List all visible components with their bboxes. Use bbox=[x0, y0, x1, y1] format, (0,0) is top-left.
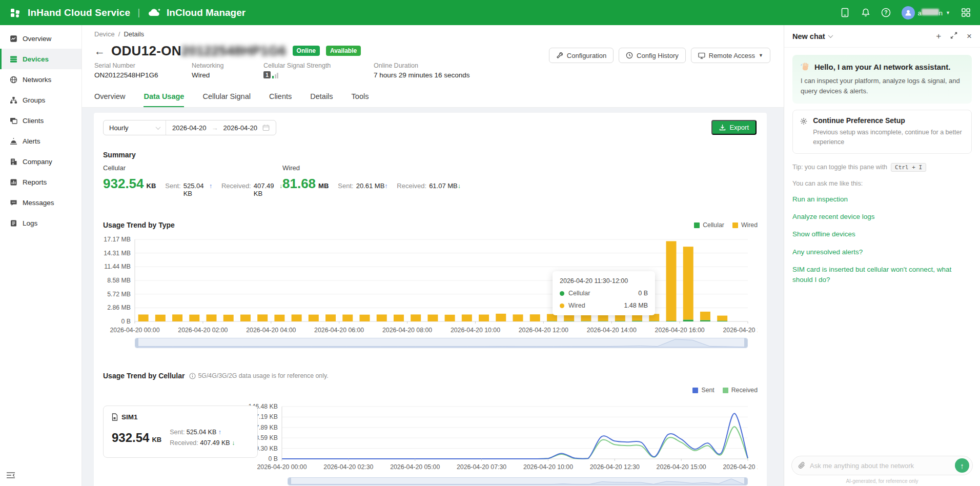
overview-icon bbox=[10, 35, 17, 43]
trend-type-legend: Cellular Wired bbox=[694, 221, 758, 229]
tab-overview[interactable]: Overview bbox=[94, 88, 125, 107]
logs-icon bbox=[10, 219, 17, 227]
help-icon[interactable]: ? bbox=[881, 8, 891, 18]
tab-data-usage[interactable]: Data Usage bbox=[144, 88, 184, 107]
interval-select[interactable]: Hourly bbox=[104, 120, 166, 135]
breadcrumb: Device / Details bbox=[94, 29, 784, 38]
sim1-card[interactable]: SIM1 932.54KB Sent: 525.04 KB ↑ Received… bbox=[103, 406, 258, 458]
tab-clients[interactable]: Clients bbox=[269, 88, 292, 107]
usage-trend-type-chart[interactable]: 17.17 MB14.31 MB11.44 MB8.58 MB5.72 MB2.… bbox=[103, 233, 758, 336]
legend-sent[interactable]: Sent bbox=[692, 387, 714, 394]
reports-icon bbox=[10, 178, 17, 186]
date-to[interactable]: 2026-04-20 bbox=[223, 124, 258, 132]
date-from[interactable]: 2026-04-20 bbox=[172, 124, 207, 132]
suggestion-unresolved-alerts[interactable]: Any unresolved alerts? bbox=[792, 247, 972, 257]
sent-arrow-icon: ↑ bbox=[218, 429, 221, 436]
svg-text:?: ? bbox=[884, 9, 887, 15]
devices-icon bbox=[10, 55, 17, 63]
svg-text:2026-04-20 12:00: 2026-04-20 12:00 bbox=[519, 327, 568, 334]
sidebar-item-messages[interactable]: Messages bbox=[0, 192, 81, 213]
back-icon[interactable]: ← bbox=[94, 46, 105, 56]
mobile-app-icon[interactable] bbox=[840, 8, 850, 18]
send-button[interactable]: ↑ bbox=[955, 458, 969, 473]
sidebar-item-alerts[interactable]: Alerts bbox=[0, 131, 81, 151]
config-history-button[interactable]: Config History bbox=[619, 48, 686, 63]
wired-received: 61.07 MB bbox=[429, 182, 458, 190]
waving-hand-icon bbox=[801, 62, 810, 72]
tab-tools[interactable]: Tools bbox=[352, 88, 369, 107]
expand-panel-icon[interactable] bbox=[950, 32, 957, 40]
download-icon bbox=[719, 124, 726, 131]
usage-trend-cellular-chart[interactable]: 146.48 KB117.19 KB87.89 KB58.59 KB29.30 … bbox=[103, 397, 758, 474]
main-content: Device / Details ← ODU12-ON20122548HP1G6… bbox=[82, 25, 784, 486]
sidebar-item-groups[interactable]: Groups bbox=[0, 90, 81, 110]
svg-text:2026-04-20 14:00: 2026-04-20 14:00 bbox=[587, 327, 637, 334]
export-button[interactable]: Export bbox=[711, 120, 757, 135]
sidebar-item-devices[interactable]: Devices bbox=[0, 49, 81, 69]
sidebar-collapse-icon[interactable] bbox=[6, 472, 15, 481]
sidebar-item-company[interactable]: Company bbox=[0, 151, 81, 172]
sidebar-item-clients[interactable]: Clients bbox=[0, 110, 81, 131]
sidebar-item-overview[interactable]: Overview bbox=[0, 28, 81, 49]
monitor-icon bbox=[698, 52, 705, 59]
info-icon bbox=[189, 373, 196, 379]
suggestion-run-inspection[interactable]: Run an inspection bbox=[792, 194, 972, 205]
summary-title: Summary bbox=[103, 151, 758, 159]
tab-details[interactable]: Details bbox=[310, 88, 333, 107]
date-range-picker[interactable]: 2026-04-20 → 2026-04-20 bbox=[166, 120, 276, 135]
chart2-zoom-brush[interactable] bbox=[288, 477, 748, 485]
suggestion-analyze-logs[interactable]: Analyze recent device logs bbox=[792, 212, 972, 222]
received-arrow-icon: ↓ bbox=[458, 183, 461, 190]
attachment-icon[interactable] bbox=[798, 461, 806, 470]
chevron-down-icon bbox=[156, 125, 161, 130]
summary-wired: Wired 81.68 MB Sent: 20.61 MB ↑ Received… bbox=[282, 164, 461, 197]
device-tabs: Overview Data Usage Cellular Signal Clie… bbox=[94, 88, 784, 107]
configuration-button[interactable]: Configuration bbox=[549, 48, 614, 63]
suggestion-offline-devices[interactable]: Show offline devices bbox=[792, 229, 972, 239]
legend-cellular[interactable]: Cellular bbox=[694, 221, 724, 229]
sent-legend-swatch bbox=[692, 388, 698, 393]
breadcrumb-device[interactable]: Device bbox=[94, 30, 115, 38]
ai-greeting-title: Hello, I am your AI network assistant. bbox=[801, 62, 964, 72]
legend-received[interactable]: Received bbox=[723, 387, 758, 394]
tab-cellular-signal[interactable]: Cellular Signal bbox=[202, 88, 251, 107]
status-badge-available: Available bbox=[326, 46, 361, 56]
svg-text:2026-04-20 18:00: 2026-04-20 18:00 bbox=[723, 327, 758, 334]
close-panel-icon[interactable]: × bbox=[967, 32, 972, 40]
sim-card-icon bbox=[112, 413, 118, 421]
chat-input[interactable] bbox=[810, 462, 951, 470]
top-header: InHand Cloud Service | InCloud Manager ?… bbox=[0, 0, 980, 25]
preference-setup-card[interactable]: Continue Preference Setup Previous setup… bbox=[792, 110, 972, 154]
sidebar-item-networks[interactable]: Networks bbox=[0, 69, 81, 90]
remote-access-button[interactable]: Remote Access▼ bbox=[691, 48, 770, 63]
ai-disclaimer: AI-generated, for reference only bbox=[784, 478, 980, 484]
apps-grid-icon[interactable] bbox=[961, 8, 971, 18]
tab-content: Hourly 2026-04-20 → 2026-04-20 Export Su… bbox=[82, 108, 784, 486]
sidebar-item-reports[interactable]: Reports bbox=[0, 172, 81, 192]
usage-trend-cellular-header: Usage Trend by Cellular 5G/4G/3G/2G data… bbox=[103, 371, 758, 381]
tooltip-row-cellular: Cellular0 B bbox=[560, 290, 648, 297]
svg-text:2026-04-20 02:00: 2026-04-20 02:00 bbox=[178, 327, 228, 334]
messages-icon bbox=[10, 199, 17, 207]
legend-wired[interactable]: Wired bbox=[732, 221, 758, 229]
new-chat-plus-icon[interactable]: + bbox=[936, 32, 941, 40]
status-badge-online: Online bbox=[293, 46, 320, 56]
brush-sparkline bbox=[291, 478, 744, 485]
chart1-zoom-brush[interactable] bbox=[135, 338, 748, 348]
sim1-total: 932.54 bbox=[112, 431, 149, 444]
user-menu[interactable]: an ▼ bbox=[902, 6, 950, 19]
breadcrumb-details: Details bbox=[124, 30, 144, 38]
notifications-bell-icon[interactable] bbox=[861, 8, 871, 18]
brand-name: InHand Cloud Service bbox=[28, 7, 130, 18]
chat-title-menu[interactable]: New chat bbox=[792, 32, 832, 40]
cellular-total: 932.54 bbox=[103, 176, 144, 192]
svg-text:2.86 MB: 2.86 MB bbox=[107, 304, 131, 311]
sidebar-item-logs[interactable]: Logs bbox=[0, 213, 81, 233]
suggestion-sim-card[interactable]: SIM card is inserted but cellular won't … bbox=[792, 265, 972, 286]
trend-cellular-legend: Sent Received bbox=[103, 386, 758, 394]
signal-bars-icon bbox=[272, 73, 278, 78]
user-caret-icon: ▼ bbox=[946, 10, 950, 15]
wrench-icon bbox=[556, 52, 563, 59]
cellular-signal-icon: 1 bbox=[263, 71, 348, 78]
header-actions: ? an ▼ bbox=[840, 6, 971, 19]
